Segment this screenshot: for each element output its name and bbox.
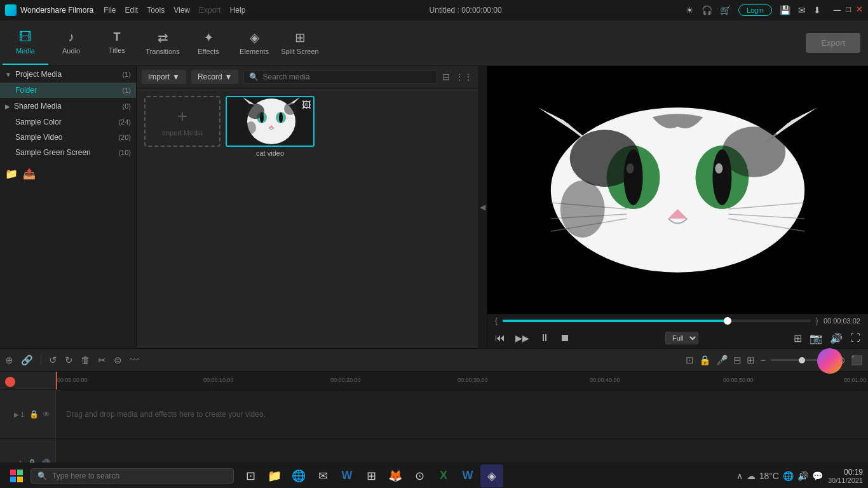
taskbar-firefox[interactable]: 🦊 [384,464,407,487]
fullscreen-button[interactable]: ⛶ [850,332,860,344]
adjust-button[interactable]: ⊜ [114,355,122,366]
taskbar-edge[interactable]: 🌐 [287,464,310,487]
import-media-button[interactable]: + Import Media [144,96,220,147]
taskbar-taskview[interactable]: ⊡ [239,464,262,487]
import-dropdown-icon[interactable]: ▼ [172,72,180,81]
notification-icon[interactable]: ✉ [798,5,806,15]
stop-button[interactable]: ⏹ [560,332,570,344]
mic-icon[interactable]: 🎤 [716,355,728,366]
link-icon[interactable]: 🔗 [21,355,33,366]
menu-edit[interactable]: Edit [125,6,139,15]
lock-icon[interactable]: 🔒 [699,355,711,366]
zoom-track[interactable] [771,359,822,361]
search-input[interactable] [262,72,431,81]
cart-icon[interactable]: 🛒 [720,5,731,15]
playhead-marker[interactable] [5,377,15,387]
taskbar-word[interactable]: W [336,464,358,487]
tool-titles[interactable]: T Titles [94,22,140,65]
menu-file[interactable]: File [104,6,116,15]
menu-help[interactable]: Help [230,6,246,15]
save-icon[interactable]: 💾 [780,5,790,15]
minus-zoom-icon[interactable]: − [760,355,766,365]
titlebar-right: ☀ 🎧 🛒 Login 💾 ✉ ⬇ ─ □ ✕ [686,4,863,16]
timeline-ruler[interactable]: 00:00:00:00 00:00:10:00 00:00:20:00 00:0… [56,372,868,390]
tool-transitions[interactable]: ⇄ Transitions [140,22,186,65]
menu-view[interactable]: View [173,6,190,15]
menu-tools[interactable]: Tools [147,6,165,15]
close-button[interactable]: ✕ [856,4,863,16]
taskbar-clock[interactable]: 00:19 30/11/2021 [828,468,863,484]
taskbar-mail[interactable]: ✉ [311,464,334,487]
delete-button[interactable]: 🗑 [81,355,90,365]
media-item-cat-video[interactable]: 🖼 cat video [226,96,315,157]
video-lock-icon[interactable]: 🔒 [29,410,39,419]
network-icon[interactable]: 🌐 [783,471,794,481]
screenshot-button[interactable]: 📷 [810,332,822,344]
export-button[interactable]: Export [806,33,860,53]
sidebar-item-folder[interactable]: Folder (1) [0,83,136,98]
expand-timeline-icon[interactable]: ⬛ [851,355,863,366]
sidebar-item-sample-color[interactable]: Sample Color (24) [0,114,136,130]
pause-button[interactable]: ⏸ [539,332,550,344]
progress-track[interactable] [503,320,811,322]
section-project-media[interactable]: ▼ Project Media (1) [0,66,136,83]
record-button[interactable]: Record ▼ [191,70,239,84]
search-bar[interactable]: 🔍 [243,70,437,84]
volume-systray-icon[interactable]: 🔊 [797,471,808,481]
snap-icon[interactable]: ⊡ [686,355,694,366]
filter-icon[interactable]: ⊟ [442,72,450,82]
waveform-button[interactable]: 〰 [130,355,139,365]
quality-select[interactable]: Full 1/2 1/4 [665,332,698,344]
add-track-icon[interactable]: ⊕ [5,355,13,366]
chevron-up-icon[interactable]: ∧ [736,471,743,481]
audio-preview-icon[interactable]: 🔊 [830,332,843,344]
skip-to-start-button[interactable]: ⏮ [495,332,505,344]
headphone-icon[interactable]: 🎧 [702,5,712,15]
undo-button[interactable]: ↺ [49,355,57,366]
svg-point-9 [247,104,264,119]
tool-elements[interactable]: ◈ Elements [231,22,277,65]
new-folder-icon[interactable]: 📁 [5,168,18,180]
brightness-icon[interactable]: ☀ [686,5,694,15]
taskbar-explorer[interactable]: 📁 [263,464,286,487]
taskbar-apps: ⊡ 📁 🌐 ✉ W ⊞ 🦊 ⊙ X W ◈ [239,464,503,487]
taskbar-filmora[interactable]: ◈ [480,464,503,487]
taskbar-chrome[interactable]: ⊙ [408,464,431,487]
start-button[interactable] [5,464,28,487]
notification-systray-icon[interactable]: 💬 [812,471,823,481]
pip-icon[interactable]: ⊞ [794,332,802,344]
redo-button[interactable]: ↻ [65,355,73,366]
download-icon[interactable]: ⬇ [813,5,821,15]
login-button[interactable]: Login [738,4,772,16]
collapse-handle[interactable]: ◀ [478,66,487,348]
menu-export[interactable]: Export [199,6,221,15]
tool-effects[interactable]: ✦ Effects [186,22,231,65]
captions2-icon[interactable]: ⊞ [747,355,755,366]
minimize-button[interactable]: ─ [834,4,841,16]
record-dropdown-icon[interactable]: ▼ [225,72,233,81]
import-folder-icon[interactable]: 📤 [23,168,36,180]
weather-icon[interactable]: ☁ [747,471,756,481]
video-eye-icon[interactable]: 👁 [43,410,50,419]
zoom-thumb[interactable] [799,357,805,363]
tool-media[interactable]: 🎞 Media [3,22,48,65]
cut-button[interactable]: ✂ [98,355,106,366]
grid-view-icon[interactable]: ⋮⋮ [455,72,473,82]
taskbar-word2[interactable]: W [456,464,479,487]
maximize-button[interactable]: □ [846,4,851,16]
sidebar-item-sample-video[interactable]: Sample Video (20) [0,130,136,145]
taskbar-search[interactable]: 🔍 [31,468,234,484]
import-button[interactable]: Import ▼ [142,70,186,84]
taskbar-store[interactable]: ⊞ [360,464,383,487]
tool-audio[interactable]: ♪ Audio [48,22,94,65]
preview-right-buttons: ⊞ 📷 🔊 ⛶ [794,332,860,344]
video-track-body[interactable]: Drag and drop media and effects here to … [56,390,868,438]
sidebar: ▼ Project Media (1) Folder (1) ▶ Shared … [0,66,137,348]
sidebar-item-sample-green-screen[interactable]: Sample Green Screen (10) [0,145,136,160]
taskbar-search-input[interactable] [52,471,227,480]
taskbar-excel[interactable]: X [432,464,455,487]
step-back-button[interactable]: ▶▶ [515,333,529,343]
caption-icon[interactable]: ⊟ [733,355,742,366]
section-shared-media[interactable]: ▶ Shared Media (0) [0,98,136,114]
tool-splitscreen[interactable]: ⊞ Split Screen [277,22,323,65]
